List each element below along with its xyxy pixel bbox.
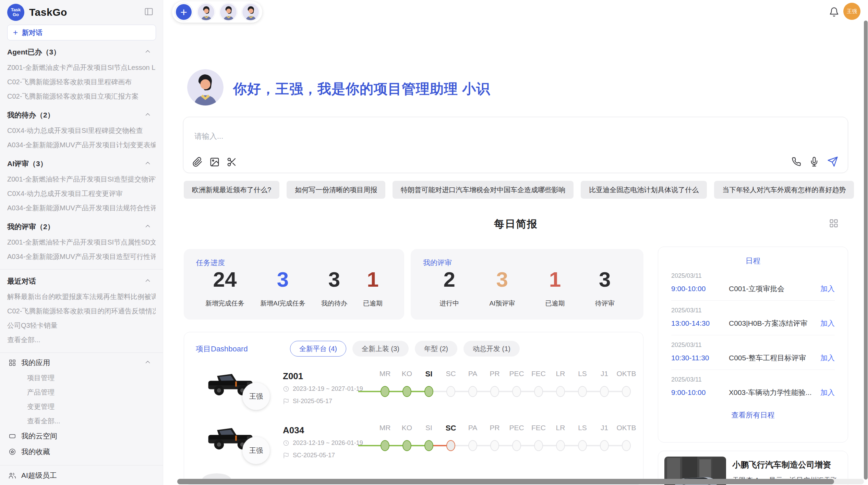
join-link[interactable]: 加入 (820, 284, 835, 294)
list-item[interactable]: C02-飞腾新能源轻客改款项目里程碑画布 (7, 75, 156, 89)
agent-avatar-3[interactable] (242, 3, 260, 21)
chevron-up-icon[interactable] (144, 358, 156, 368)
milestone-dot[interactable] (468, 386, 477, 397)
list-item[interactable]: C0X4-动力总成开发项目SI里程碑提交物检查 (7, 123, 156, 138)
stat-value: 3 (328, 269, 340, 290)
view-all-link[interactable]: 查看全部... (7, 333, 156, 347)
section-header-recent[interactable]: 最近对话 (7, 273, 156, 289)
attachment-icon[interactable] (192, 157, 203, 167)
scissors-icon[interactable] (227, 157, 237, 167)
list-item[interactable]: Z001-全新燃油轻卡产品开发项目SI造型提交物评审 (7, 172, 156, 186)
list-item[interactable]: Z001-全新燃油轻卡产品开发项目SI节点属性5D文件评审 (7, 235, 156, 249)
milestone-dot[interactable] (578, 386, 587, 397)
send-icon[interactable] (827, 156, 838, 167)
suggestion-chip[interactable]: 比亚迪全固态电池计划具体说了什么 (581, 181, 707, 199)
daily-briefing-header: 每日简报 (184, 217, 848, 231)
notification-bell-icon[interactable] (829, 7, 839, 18)
suggestion-chip[interactable]: 特朗普可能对进口汽车增税会对中国车企造成哪些影响 (393, 181, 574, 199)
list-item[interactable]: C0X4-动力总成开发项目工程变更评审 (7, 186, 156, 201)
milestone-dot[interactable] (622, 386, 631, 397)
join-link[interactable]: 加入 (820, 353, 835, 363)
phone-icon[interactable] (792, 157, 801, 166)
milestone-dot[interactable] (381, 386, 389, 397)
milestone-dot[interactable] (600, 440, 609, 451)
view-all-schedule-link[interactable]: 查看所有日程 (658, 410, 848, 420)
chevron-up-icon[interactable] (144, 222, 152, 231)
chevron-up-icon[interactable] (144, 277, 152, 286)
join-link[interactable]: 加入 (820, 319, 835, 328)
milestone-dot[interactable] (468, 440, 477, 451)
layout-grid-icon[interactable] (829, 219, 839, 229)
chevron-up-icon[interactable] (144, 111, 152, 120)
app-sub-item[interactable]: 产品管理 (7, 385, 156, 399)
project-code: Z001 (283, 371, 303, 382)
chat-input-card (183, 117, 848, 173)
section-header-section0[interactable]: Agent已办（3） (7, 44, 156, 60)
milestone-dot[interactable] (424, 440, 433, 451)
section-header-section3[interactable]: 我的评审（2） (7, 219, 156, 235)
sidebar-item-cloud[interactable]: 我的云空间 (7, 428, 156, 444)
suggestion-chip[interactable]: 当下年轻人对汽车外观有怎样的喜好趋势 (714, 181, 854, 199)
milestone-dot[interactable] (446, 440, 455, 451)
view-all-link[interactable]: 查看全部... (7, 414, 156, 428)
project-flag-date: SC-2025-05-17 (283, 452, 335, 459)
section-header-section1[interactable]: 我的待办（2） (7, 107, 156, 123)
suggestion-chip[interactable]: 欧洲新规最近颁布了什么? (184, 181, 279, 199)
vertical-scrollbar-thumb[interactable] (864, 21, 868, 480)
dashboard-tab[interactable]: 动总开发 (1) (463, 341, 520, 357)
milestone-dot[interactable] (556, 440, 565, 451)
list-item[interactable]: C02-飞腾新能源轻客改款项目的闭环通告反馈情况 (7, 304, 156, 318)
user-avatar[interactable]: 王强 (843, 3, 860, 20)
add-agent-button[interactable]: + (175, 3, 193, 21)
milestone-dot[interactable] (512, 440, 521, 451)
milestone-dot[interactable] (622, 440, 631, 451)
project-row[interactable]: 王强A0342023-12-19 ~ 2026-01-19SC-2025-05-… (184, 418, 643, 472)
sidebar-item-my-apps[interactable]: 我的应用 (7, 355, 156, 371)
milestone-dot[interactable] (490, 440, 499, 451)
dashboard-tab[interactable]: 全新平台 (4) (290, 341, 346, 357)
list-item[interactable]: 公司Q3轻卡销量 (7, 318, 156, 333)
project-row[interactable]: 王强Z0012023-12-19 ~ 2027-01-19SI-2025-05-… (184, 363, 643, 418)
app-sub-item[interactable]: 变更管理 (7, 399, 156, 414)
chevron-up-icon[interactable] (144, 159, 152, 168)
horizontal-scrollbar-thumb[interactable] (177, 479, 834, 484)
milestone-dot[interactable] (556, 386, 565, 397)
list-item[interactable]: A034-全新新能源MUV产品开发项目法规符合性评审 (7, 201, 156, 215)
join-link[interactable]: 加入 (820, 388, 835, 397)
sidebar-collapse-icon[interactable] (144, 7, 154, 18)
milestone-dot[interactable] (446, 386, 455, 397)
image-icon[interactable] (209, 157, 220, 167)
new-chat-button[interactable]: + 新对话 (7, 25, 156, 40)
dashboard-tab[interactable]: 全新上装 (3) (352, 341, 409, 357)
milestone-dot[interactable] (600, 386, 609, 397)
sidebar-item-write[interactable]: 帮我写作 (7, 483, 156, 485)
milestone-dot[interactable] (534, 440, 543, 451)
sidebar-item-users[interactable]: AI超级员工 (7, 468, 156, 483)
milestone-dot[interactable] (381, 440, 389, 451)
agent-avatar-2[interactable] (219, 3, 237, 21)
project-owner-badge: 王强 (242, 437, 270, 464)
sidebar-item-badge-star[interactable]: 我的收藏 (7, 444, 156, 460)
milestone-dot[interactable] (402, 386, 411, 397)
list-item[interactable]: A034-全新新能源MUV产品开发项目计划变更表编写 (7, 138, 156, 152)
chat-input[interactable] (194, 132, 537, 141)
suggestion-chip[interactable]: 如何写一份清晰的项目周报 (287, 181, 385, 199)
milestone-dot[interactable] (578, 440, 587, 451)
milestone-dot[interactable] (424, 386, 433, 397)
milestone-dot[interactable] (490, 386, 499, 397)
app-sub-item[interactable]: 项目管理 (7, 371, 156, 385)
flag-icon (283, 398, 289, 405)
dashboard-tab[interactable]: 年型 (2) (415, 341, 457, 357)
milestone-dot[interactable] (534, 386, 543, 397)
chevron-up-icon[interactable] (144, 48, 152, 57)
milestone-dot[interactable] (402, 440, 411, 451)
milestone-dot[interactable] (512, 386, 521, 397)
logo-text-line2: Go (13, 12, 19, 17)
list-item[interactable]: 解释最新出台的欧盟报废车法规再生塑料比例被调至15%... (7, 289, 156, 304)
section-header-section2[interactable]: AI评审（3） (7, 156, 156, 172)
list-item[interactable]: C02-飞腾新能源轻客改款项目立项汇报方案 (7, 89, 156, 103)
list-item[interactable]: A034-全新新能源MUV产品开发项目造型可行性评审 (7, 249, 156, 264)
list-item[interactable]: Z001-全新燃油皮卡产品开发项目SI节点Lesson Learn报告 (7, 60, 156, 75)
agent-avatar-1[interactable] (197, 3, 215, 21)
mic-icon[interactable] (809, 157, 819, 166)
